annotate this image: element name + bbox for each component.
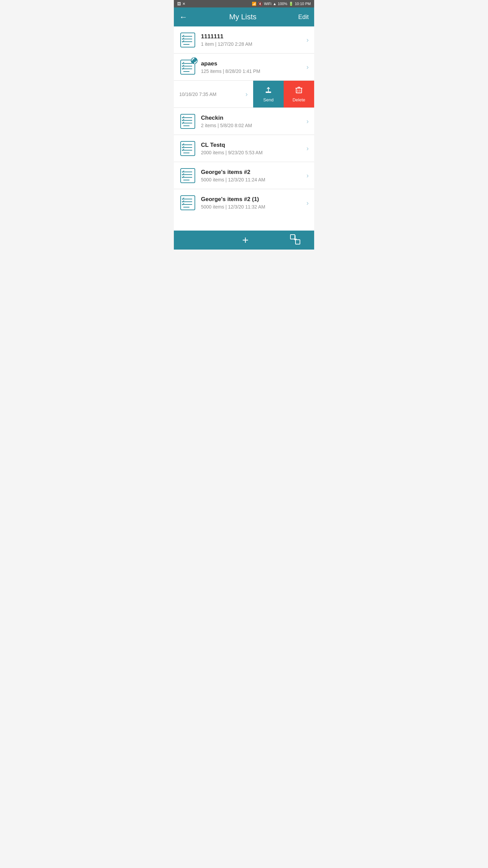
send-button[interactable]: Send xyxy=(253,81,284,107)
battery-percent: 100% xyxy=(278,2,287,6)
image-icon: 🖼 xyxy=(177,2,181,6)
list-name: George's items #2 (1) xyxy=(201,196,304,203)
status-left-icons: 🖼 ✕ xyxy=(177,2,185,6)
list-icon xyxy=(179,113,196,130)
chevron-right-icon: › xyxy=(306,63,309,71)
list-name: George's items #2 xyxy=(201,169,304,176)
list-info: 10/16/20 7:35 AM xyxy=(179,92,243,97)
chevron-right-icon: › xyxy=(306,117,309,125)
chevron-right-icon: › xyxy=(245,90,248,98)
list-item[interactable]: apaes 125 items | 8/28/20 1:41 PM › xyxy=(174,54,314,81)
chevron-right-icon: › xyxy=(306,144,309,152)
list-item[interactable]: CL Testq 2000 items | 9/23/20 5:53 AM › xyxy=(174,135,314,162)
list-icon xyxy=(179,167,196,184)
back-button[interactable]: ← xyxy=(179,12,187,22)
status-right-info: 📶 🔇 WiFi ▲ 100% 🔋 10:10 PM xyxy=(252,2,311,6)
list-name: Checkin xyxy=(201,115,304,121)
chevron-right-icon: › xyxy=(306,172,309,179)
list-item[interactable]: 10/16/20 7:35 AM › xyxy=(174,81,253,107)
send-label: Send xyxy=(263,97,273,102)
bottom-bar: + xyxy=(174,231,314,250)
app-header: ← My Lists Edit xyxy=(174,7,314,26)
list-name: 1111111 xyxy=(201,33,304,40)
chevron-right-icon: › xyxy=(306,199,309,207)
list-info: CL Testq 2000 items | 9/23/20 5:53 AM xyxy=(201,142,304,155)
wifi-icon: WiFi xyxy=(264,2,271,6)
svg-rect-0 xyxy=(181,33,195,47)
list-meta: 2000 items | 9/23/20 5:53 AM xyxy=(201,150,304,155)
list-icon xyxy=(179,59,196,76)
add-list-button[interactable]: + xyxy=(242,235,249,245)
send-icon xyxy=(264,86,272,96)
close-icon: ✕ xyxy=(182,2,185,6)
list-meta: 2 items | 5/8/20 8:02 AM xyxy=(201,123,304,128)
delete-label: Delete xyxy=(292,97,305,102)
list-item[interactable]: 1111111 1 item | 12/7/20 2:28 AM › xyxy=(174,26,314,54)
svg-rect-10 xyxy=(266,92,271,93)
list-meta: 10/16/20 7:35 AM xyxy=(179,92,243,97)
svg-rect-38 xyxy=(290,235,295,239)
list-icon xyxy=(179,194,196,211)
status-bar: 🖼 ✕ 📶 🔇 WiFi ▲ 100% 🔋 10:10 PM xyxy=(174,0,314,7)
svg-rect-11 xyxy=(296,88,302,93)
list-meta: 5000 items | 12/3/20 11:24 AM xyxy=(201,177,304,182)
svg-rect-33 xyxy=(181,196,195,210)
list-info: Checkin 2 items | 5/8/20 8:02 AM xyxy=(201,115,304,128)
list-name: apaes xyxy=(201,60,304,67)
list-item[interactable]: George's items #2 (1) 5000 items | 12/3/… xyxy=(174,189,314,216)
edit-button[interactable]: Edit xyxy=(298,14,309,21)
signal-icon: ▲ xyxy=(273,2,277,6)
list-info: George's items #2 5000 items | 12/3/20 1… xyxy=(201,169,304,182)
swipe-open-row: 10/16/20 7:35 AM › Send xyxy=(174,81,314,108)
list-info: George's items #2 (1) 5000 items | 12/3/… xyxy=(201,196,304,210)
mute-icon: 🔇 xyxy=(258,2,263,6)
import-button[interactable] xyxy=(290,234,301,246)
list-meta: 5000 items | 12/3/20 11:32 AM xyxy=(201,204,304,210)
clock: 10:10 PM xyxy=(295,2,311,6)
svg-rect-18 xyxy=(181,114,195,129)
list-icon xyxy=(179,32,196,48)
page-title: My Lists xyxy=(187,13,298,21)
sync-badge xyxy=(191,57,198,64)
svg-rect-39 xyxy=(296,240,300,244)
chevron-right-icon: › xyxy=(306,36,309,44)
trash-icon xyxy=(295,86,303,96)
list-item[interactable]: George's items #2 5000 items | 12/3/20 1… xyxy=(174,162,314,189)
delete-button[interactable]: Delete xyxy=(284,81,314,107)
list-meta: 1 item | 12/7/20 2:28 AM xyxy=(201,41,304,47)
list-item[interactable]: Checkin 2 items | 5/8/20 8:02 AM › xyxy=(174,108,314,135)
lists-container: 1111111 1 item | 12/7/20 2:28 AM › xyxy=(174,26,314,231)
list-name: CL Testq xyxy=(201,142,304,149)
battery-icon: 🔋 xyxy=(289,2,293,6)
list-info: apaes 125 items | 8/28/20 1:41 PM xyxy=(201,60,304,74)
svg-rect-28 xyxy=(181,169,195,183)
list-meta: 125 items | 8/28/20 1:41 PM xyxy=(201,68,304,74)
list-info: 1111111 1 item | 12/7/20 2:28 AM xyxy=(201,33,304,47)
list-icon xyxy=(179,140,196,157)
svg-rect-23 xyxy=(181,141,195,156)
swipe-actions: Send Delete xyxy=(253,81,314,107)
sim-icon: 📶 xyxy=(252,2,257,6)
